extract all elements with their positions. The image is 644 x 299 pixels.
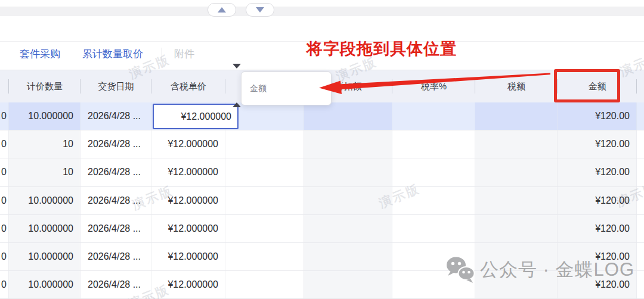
cell-qty[interactable]: 10.000000 [9,187,80,214]
down-arrow-icon [256,7,264,13]
cell-edge-right[interactable] [637,130,644,158]
cell-edge[interactable]: 0 [0,271,9,298]
cell-discount[interactable] [304,215,392,242]
cell-hidden[interactable] [225,187,304,214]
top-strip [0,7,644,16]
cell-discount[interactable] [304,102,392,130]
header-cell-edge[interactable] [0,70,9,102]
header-cell-edge-right[interactable] [637,70,644,102]
drop-indicator-up-icon [233,102,241,107]
cell-date[interactable]: 2026/4/28 ... [80,215,151,242]
cell-edge[interactable]: 0 [0,215,9,242]
dragged-column-ghost[interactable]: 金额 [241,71,332,105]
cell-price[interactable]: ¥12.000000 [151,243,225,270]
cell-taxrate[interactable] [392,130,475,158]
cell-date[interactable]: 2026/4/28 ... [80,130,151,158]
tab-cumulative-qty-pricing[interactable]: 累计数量取价 [82,47,143,61]
table-row[interactable]: 0 10.000000 2026/4/28 ... ¥12.000000 ¥12… [0,271,644,299]
cell-edge[interactable]: 0 [0,102,9,130]
cell-hidden[interactable] [225,271,304,298]
cell-edge[interactable]: 0 [0,187,9,214]
header-cell-price[interactable]: 含税单价 [151,70,225,102]
cell-amount[interactable]: ¥120.00 [558,158,637,186]
cell-taxrate[interactable] [392,158,475,186]
cell-price[interactable]: ¥12.000000 [151,158,225,186]
header-cell-tax[interactable]: 税额 [475,70,558,102]
cell-discount[interactable] [304,187,392,214]
cell-qty[interactable]: 10.000000 [9,215,80,242]
cell-tax[interactable] [475,243,558,270]
cell-price[interactable]: ¥12.000000 [151,130,225,158]
cell-taxrate[interactable] [392,271,475,298]
table-row[interactable]: 0 10 2026/4/28 ... ¥12.000000 ¥120.00 [0,130,644,158]
highlight-box [554,69,620,102]
cell-price[interactable]: ¥12.000000 [151,187,225,214]
collapse-up-button[interactable] [208,3,236,17]
table-row[interactable]: 0 10.000000 2026/4/28 ... ¥12.000000 ¥12… [0,215,644,243]
cell-discount[interactable] [304,271,392,298]
drop-indicator-down-icon [233,64,241,68]
cell-date[interactable]: 2026/4/28 ... [80,187,151,214]
cell-tax[interactable] [475,215,558,242]
tab-attachment[interactable]: 附件 [174,47,194,61]
cell-qty[interactable]: 10.000000 [9,243,80,270]
table-row[interactable]: 0 10 2026/4/28 ... ¥12.000000 ¥120.00 [0,158,644,186]
cell-amount[interactable]: ¥120.00 [558,243,637,270]
cell-date[interactable]: 2026/4/28 ... [80,158,151,186]
annotation-text: 将字段拖到具体位置 [306,38,457,60]
cell-edge-right[interactable] [637,215,644,242]
cell-discount[interactable] [304,130,392,158]
cell-edge-right[interactable] [637,187,644,214]
cell-amount[interactable]: ¥120.00 [558,215,637,242]
cell-hidden[interactable] [225,215,304,242]
header-cell-date[interactable]: 交货日期 [80,70,151,102]
cell-date[interactable]: 2026/4/28 ... [80,243,151,270]
cell-amount[interactable]: ¥120.00 [558,130,637,158]
cell-edge[interactable]: 0 [0,130,9,158]
cell-qty[interactable]: 10.000000 [9,271,80,298]
cell-tax[interactable] [475,271,558,298]
unit-price-editor[interactable]: ¥12.000000 [153,104,239,129]
cell-amount[interactable]: ¥120.00 [558,187,637,214]
cell-qty[interactable]: 10 [9,158,80,186]
cell-hidden[interactable] [225,130,304,158]
cell-tax[interactable] [475,158,558,186]
tab-divider [162,48,162,61]
cell-date[interactable]: 2026/4/28 ... [80,102,151,130]
cell-hidden[interactable] [225,243,304,270]
table-row[interactable]: 0 10.000000 2026/4/28 ... ¥12.000000 ¥12… [0,243,644,271]
cell-date[interactable]: 2026/4/28 ... [80,271,151,298]
cell-edge[interactable]: 0 [0,158,9,186]
header-cell-taxrate[interactable]: 税率% [392,70,475,102]
cell-edge[interactable]: 0 [0,243,9,270]
cell-discount[interactable] [304,158,392,186]
cell-taxrate[interactable] [392,243,475,270]
tab-suite-purchase[interactable]: 套件采购 [20,47,60,61]
table-row[interactable]: 0 10.000000 2026/4/28 ... ¥12.000000 ¥12… [0,187,644,215]
cell-qty[interactable]: 10 [9,130,80,158]
cell-taxrate[interactable] [392,102,475,130]
cell-amount[interactable]: ¥120.00 [558,271,637,298]
cell-edge-right[interactable] [637,243,644,270]
up-arrow-icon [218,7,226,13]
cell-taxrate[interactable] [392,187,475,214]
cell-tax[interactable] [475,130,558,158]
cell-taxrate[interactable] [392,215,475,242]
header-cell-qty[interactable]: 计价数量 [9,70,80,102]
cell-amount[interactable]: ¥120.00 [558,102,637,130]
cell-edge-right[interactable] [637,271,644,298]
cell-tax[interactable] [475,187,558,214]
cell-tax[interactable] [475,102,558,130]
cell-price[interactable]: ¥12.000000 [151,271,225,298]
cell-discount[interactable] [304,243,392,270]
cell-qty[interactable]: 10.000000 [9,102,80,130]
cell-price[interactable]: ¥12.000000 [151,215,225,242]
cell-edge-right[interactable] [637,158,644,186]
table-row[interactable]: 0 10.000000 2026/4/28 ... ¥120.00 [0,102,644,130]
erp-grid-screen: 套件采购 累计数量取价 附件 计价数量 交货日期 含税单价 折扣额 税率% 税额… [0,0,644,299]
table-body: 0 10.000000 2026/4/28 ... ¥120.00 0 10 2… [0,102,644,299]
collapse-down-button[interactable] [246,3,274,17]
cell-hidden[interactable] [225,158,304,186]
cell-edge-right[interactable] [637,102,644,130]
